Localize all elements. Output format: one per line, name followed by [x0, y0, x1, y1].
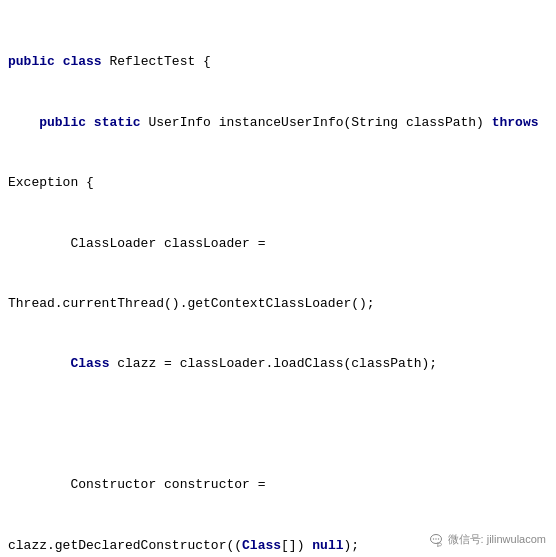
code-line-3: Exception { [8, 173, 548, 193]
svg-point-1 [432, 538, 433, 539]
code-line-6: Class clazz = classLoader.loadClass(clas… [8, 354, 548, 374]
code-line-2: public static UserInfo instanceUserInfo(… [8, 113, 548, 133]
svg-point-2 [435, 538, 436, 539]
watermark-label: 微信号: jilinwulacom [448, 533, 546, 545]
code-line-5: Thread.currentThread().getContextClassLo… [8, 294, 548, 314]
code-line-1: public class ReflectTest { [8, 52, 548, 72]
wechat-icon [429, 533, 443, 547]
svg-point-3 [437, 538, 438, 539]
code-line-7 [8, 415, 548, 435]
code-block: public class ReflectTest { public static… [8, 12, 548, 557]
code-container: public class ReflectTest { public static… [0, 0, 556, 557]
code-line-8: Constructor constructor = [8, 475, 548, 495]
watermark: 微信号: jilinwulacom [429, 532, 546, 547]
code-line-4: ClassLoader classLoader = [8, 234, 548, 254]
